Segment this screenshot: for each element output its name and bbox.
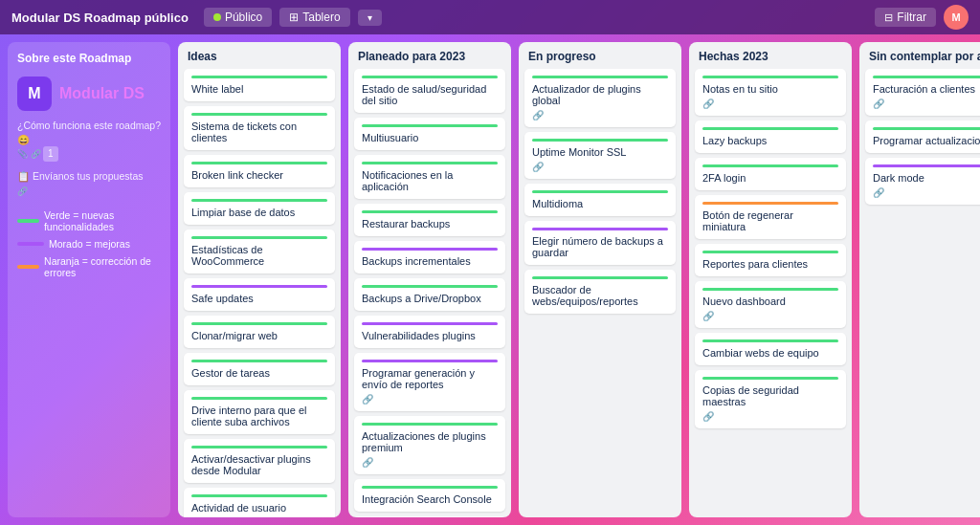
card-bar bbox=[191, 113, 327, 116]
column-header-sin-contemplar: Sin contemplar por ahora bbox=[859, 42, 980, 69]
list-item[interactable]: Botón de regenerar miniatura bbox=[695, 195, 846, 239]
list-item[interactable]: Facturación a clientes🔗 bbox=[865, 69, 980, 116]
list-item[interactable]: Programar actualizaciones bbox=[865, 120, 980, 153]
card-bar bbox=[191, 236, 327, 239]
list-item[interactable]: Actualizaciones de plugins premium🔗 bbox=[354, 416, 505, 474]
legend-green: Verde = nuevas funcionalidades bbox=[17, 209, 161, 232]
avatar[interactable]: M bbox=[944, 5, 969, 30]
list-item[interactable]: Uptime Monitor SSL🔗 bbox=[524, 132, 676, 179]
card-text: Restaurar backups bbox=[362, 218, 450, 230]
list-item[interactable]: Limpiar base de datos bbox=[184, 192, 335, 225]
board-icon: ⊞ bbox=[289, 11, 299, 24]
list-item[interactable]: 2FA login bbox=[695, 158, 846, 190]
logo-accent: DS bbox=[123, 85, 145, 101]
columns-container: IdeasWhite labelSistema de tickets con c… bbox=[178, 42, 980, 517]
orange-bar bbox=[17, 265, 39, 269]
list-item[interactable]: Multidioma bbox=[524, 184, 676, 216]
column-header-ideas: Ideas bbox=[178, 42, 341, 69]
card-bar bbox=[362, 76, 498, 78]
column-hechas: Hechas 2023Notas en tu sitio🔗Lazy backup… bbox=[689, 42, 852, 517]
list-item[interactable]: Backups a Drive/Dropbox bbox=[354, 278, 505, 311]
card-text: Activar/desactivar plugins desde Modular bbox=[191, 453, 311, 476]
card-bar bbox=[532, 190, 668, 193]
list-item[interactable]: Restaurar backups bbox=[354, 204, 505, 236]
chevron-button[interactable]: ▾ bbox=[358, 10, 382, 26]
public-button[interactable]: Público bbox=[204, 8, 272, 27]
list-item[interactable]: Multiusuario bbox=[354, 118, 505, 150]
card-bar bbox=[532, 276, 668, 279]
card-bar bbox=[873, 76, 980, 78]
card-bar bbox=[362, 210, 498, 213]
card-bar bbox=[702, 202, 838, 205]
list-item[interactable]: Gestor de tareas bbox=[184, 353, 335, 385]
board-area: Sobre este Roadmap M Modular DS ¿Cómo fu… bbox=[0, 34, 980, 525]
list-item[interactable]: Reportes para clientes bbox=[695, 244, 846, 276]
card-bar bbox=[191, 397, 327, 400]
card-text: Gestor de tareas bbox=[191, 367, 270, 379]
column-planeado: Planeado para 2023Estado de salud/seguri… bbox=[348, 42, 511, 517]
list-item[interactable]: Broken link checker bbox=[184, 155, 335, 187]
card-bar bbox=[191, 285, 327, 288]
card-bar bbox=[702, 76, 838, 78]
list-item[interactable]: Elegir número de backups a guardar bbox=[524, 221, 676, 265]
list-item[interactable]: Estadísticas de WooCommerce bbox=[184, 230, 335, 273]
card-text: Multiusuario bbox=[362, 132, 418, 143]
column-body-en-progreso: Actualizador de plugins global🔗Uptime Mo… bbox=[519, 69, 681, 517]
sidebar-header: Sobre este Roadmap bbox=[17, 52, 161, 69]
card-text: Actualizaciones de plugins premium bbox=[362, 430, 486, 453]
column-header-hechas: Hechas 2023 bbox=[689, 42, 852, 69]
list-item[interactable]: Notificaciones en la aplicación bbox=[354, 155, 505, 199]
board-label: Tablero bbox=[302, 11, 340, 24]
card-text: Notificaciones en la aplicación bbox=[362, 169, 453, 192]
list-item[interactable]: Clonar/migrar web bbox=[184, 316, 335, 348]
list-item[interactable]: Nuevo dashboard🔗 bbox=[695, 281, 846, 328]
list-item[interactable]: Dark mode🔗 bbox=[865, 158, 980, 205]
card-bar bbox=[362, 423, 498, 426]
card-bar bbox=[191, 199, 327, 202]
card-bar bbox=[191, 446, 327, 448]
card-attachment-icon: 🔗 bbox=[702, 98, 838, 109]
list-item[interactable]: Actualizador de plugins global🔗 bbox=[524, 69, 676, 127]
list-item[interactable]: Backups incrementales bbox=[354, 241, 505, 273]
card-bar bbox=[362, 322, 498, 325]
filter-button[interactable]: ⊟ Filtrar bbox=[875, 8, 936, 27]
list-item[interactable]: Programar generación y envío de reportes… bbox=[354, 353, 505, 411]
sidebar-proposals[interactable]: 📋 Envíanos tus propuestas 🔗 bbox=[17, 169, 161, 197]
list-item[interactable]: Safe updates bbox=[184, 278, 335, 311]
list-item[interactable]: Estado de salud/seguridad del sitio bbox=[354, 69, 505, 113]
card-text: Botón de regenerar miniatura bbox=[702, 209, 793, 232]
card-text: Cambiar webs de equipo bbox=[702, 347, 819, 359]
card-text: Buscador de webs/equipos/reportes bbox=[532, 284, 638, 307]
board-title: Modular DS Roadmap público bbox=[11, 11, 189, 25]
sidebar-description: ¿Cómo funciona este roadmap? 😄 📎 🔗 1 bbox=[17, 119, 161, 162]
card-bar bbox=[873, 127, 980, 130]
list-item[interactable]: White label bbox=[184, 69, 335, 101]
list-item[interactable]: Actividad de usuario bbox=[184, 488, 335, 517]
list-item[interactable]: Drive interno para que el cliente suba a… bbox=[184, 390, 335, 434]
list-item[interactable]: Sistema de tickets con clientes bbox=[184, 106, 335, 150]
card-text: Actividad de usuario bbox=[191, 502, 286, 514]
list-item[interactable]: Buscador de webs/equipos/reportes bbox=[524, 270, 676, 314]
list-item[interactable]: Lazy backups bbox=[695, 120, 846, 153]
list-item[interactable]: Activar/desactivar plugins desde Modular bbox=[184, 439, 335, 483]
list-item[interactable]: Control de usuarios de WP bbox=[354, 516, 505, 517]
card-text: Backups a Drive/Dropbox bbox=[362, 293, 481, 304]
list-item[interactable]: Copias de seguridad maestras🔗 bbox=[695, 370, 846, 428]
legend-orange: Naranja = corrección de errores bbox=[17, 255, 161, 278]
description-text: ¿Cómo funciona este roadmap? 😄 bbox=[17, 120, 161, 145]
card-attachment-icon: 🔗 bbox=[362, 457, 498, 468]
list-item[interactable]: Vulnerabilidades plugins bbox=[354, 316, 505, 348]
list-item[interactable]: Integración Search Console bbox=[354, 479, 505, 512]
card-text: Clonar/migrar web bbox=[191, 330, 278, 341]
list-item[interactable]: Notas en tu sitio🔗 bbox=[695, 69, 846, 116]
card-attachment-icon: 🔗 bbox=[873, 187, 980, 198]
card-text: Uptime Monitor SSL bbox=[532, 146, 626, 158]
board-button[interactable]: ⊞ Tablero bbox=[279, 8, 349, 27]
green-bar bbox=[17, 219, 39, 223]
card-bar bbox=[191, 494, 327, 497]
card-text: Vulnerabilidades plugins bbox=[362, 330, 476, 341]
card-bar bbox=[191, 360, 327, 362]
card-attachment-icon: 🔗 bbox=[702, 311, 838, 321]
list-item[interactable]: Cambiar webs de equipo bbox=[695, 333, 846, 365]
card-text: Backups incrementales bbox=[362, 255, 471, 267]
